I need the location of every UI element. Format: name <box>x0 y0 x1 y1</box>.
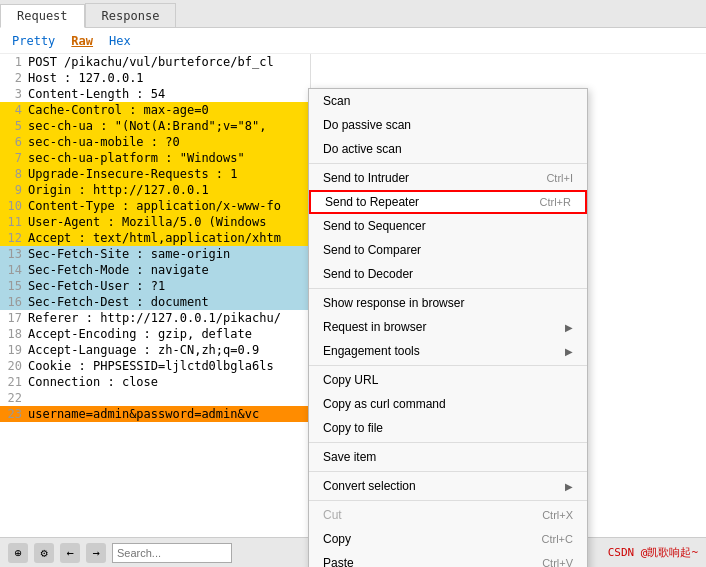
line-number: 21 <box>4 374 22 390</box>
menu-item[interactable]: Copy URL <box>309 368 587 392</box>
menu-item: CutCtrl+X <box>309 503 587 527</box>
menu-item[interactable]: Copy as curl command <box>309 392 587 416</box>
subtab-pretty[interactable]: Pretty <box>8 34 59 48</box>
request-line: 12Accept : text/html,application/xhtm <box>0 230 310 246</box>
line-number: 11 <box>4 214 22 230</box>
line-text: sec-ch-ua : "(Not(A:Brand";v="8", <box>28 118 266 134</box>
menu-item[interactable]: Send to Comparer <box>309 238 587 262</box>
menu-item-label: Cut <box>323 508 342 522</box>
menu-item[interactable]: Send to RepeaterCtrl+R <box>309 190 587 214</box>
tab-request[interactable]: Request <box>0 4 85 28</box>
line-text: Content-Length : 54 <box>28 86 165 102</box>
menu-arrow-icon: ▶ <box>565 481 573 492</box>
menu-item[interactable]: CopyCtrl+C <box>309 527 587 551</box>
watermark: CSDN @凯歌响起~ <box>608 545 698 560</box>
request-line: 7sec-ch-ua-platform : "Windows" <box>0 150 310 166</box>
menu-shortcut: Ctrl+I <box>546 172 573 184</box>
line-number: 2 <box>4 70 22 86</box>
request-line: 5sec-ch-ua : "(Not(A:Brand";v="8", <box>0 118 310 134</box>
line-number: 14 <box>4 262 22 278</box>
subtab-hex[interactable]: Hex <box>105 34 135 48</box>
line-text: Sec-Fetch-Mode : navigate <box>28 262 209 278</box>
settings-icon[interactable]: ⚙ <box>34 543 54 563</box>
request-line: 8Upgrade-Insecure-Requests : 1 <box>0 166 310 182</box>
menu-item-label: Paste <box>323 556 354 567</box>
subtab-raw[interactable]: Raw <box>67 34 97 48</box>
line-text: Sec-Fetch-User : ?1 <box>28 278 165 294</box>
request-line: 4Cache-Control : max-age=0 <box>0 102 310 118</box>
menu-item[interactable]: Do passive scan <box>309 113 587 137</box>
tab-request-label: Request <box>17 9 68 23</box>
line-text: Sec-Fetch-Dest : document <box>28 294 209 310</box>
line-text: Origin : http://127.0.0.1 <box>28 182 209 198</box>
menu-item[interactable]: PasteCtrl+V <box>309 551 587 567</box>
target-icon[interactable]: ⊕ <box>8 543 28 563</box>
line-text: Referer : http://127.0.0.1/pikachu/ <box>28 310 281 326</box>
line-number: 15 <box>4 278 22 294</box>
menu-shortcut: Ctrl+V <box>542 557 573 567</box>
tabs-row: Request Response <box>0 0 706 28</box>
search-input[interactable] <box>112 543 232 563</box>
request-line: 23username=admin&password=admin&vc <box>0 406 310 422</box>
tab-response[interactable]: Response <box>85 3 177 27</box>
menu-item[interactable]: Show response in browser <box>309 291 587 315</box>
line-text: User-Agent : Mozilla/5.0 (Windows <box>28 214 266 230</box>
menu-shortcut: Ctrl+X <box>542 509 573 521</box>
line-text: Cache-Control : max-age=0 <box>28 102 209 118</box>
request-line: 1POST /pikachu/vul/burteforce/bf_cl <box>0 54 310 70</box>
line-number: 19 <box>4 342 22 358</box>
line-number: 16 <box>4 294 22 310</box>
line-number: 5 <box>4 118 22 134</box>
line-text: Accept-Encoding : gzip, deflate <box>28 326 252 342</box>
menu-item[interactable]: Scan <box>309 89 587 113</box>
menu-item[interactable]: Send to Sequencer <box>309 214 587 238</box>
menu-item[interactable]: Request in browser▶ <box>309 315 587 339</box>
menu-item[interactable]: Convert selection▶ <box>309 474 587 498</box>
line-number: 18 <box>4 326 22 342</box>
line-number: 17 <box>4 310 22 326</box>
line-text: Upgrade-Insecure-Requests : 1 <box>28 166 238 182</box>
menu-item[interactable]: Send to Decoder <box>309 262 587 286</box>
menu-item-label: Save item <box>323 450 376 464</box>
line-text: Content-Type : application/x-www-fo <box>28 198 281 214</box>
right-panel-line <box>311 54 410 70</box>
request-line: 16Sec-Fetch-Dest : document <box>0 294 310 310</box>
menu-item[interactable]: Engagement tools▶ <box>309 339 587 363</box>
request-line: 2Host : 127.0.0.1 <box>0 70 310 86</box>
menu-item-label: Do active scan <box>323 142 402 156</box>
menu-item-label: Send to Intruder <box>323 171 409 185</box>
request-content: 1POST /pikachu/vul/burteforce/bf_cl2Host… <box>0 54 310 544</box>
menu-item[interactable]: Copy to file <box>309 416 587 440</box>
line-number: 7 <box>4 150 22 166</box>
line-number: 9 <box>4 182 22 198</box>
menu-item-label: Show response in browser <box>323 296 464 310</box>
menu-arrow-icon: ▶ <box>565 346 573 357</box>
forward-icon[interactable]: → <box>86 543 106 563</box>
line-number: 23 <box>4 406 22 422</box>
tab-response-label: Response <box>102 9 160 23</box>
request-line: 19Accept-Language : zh-CN,zh;q=0.9 <box>0 342 310 358</box>
menu-item-label: Copy <box>323 532 351 546</box>
menu-item[interactable]: Do active scan <box>309 137 587 161</box>
menu-separator <box>309 288 587 289</box>
menu-item-label: Request in browser <box>323 320 426 334</box>
menu-separator <box>309 442 587 443</box>
line-number: 1 <box>4 54 22 70</box>
right-panel-line <box>311 70 410 86</box>
menu-item-label: Do passive scan <box>323 118 411 132</box>
menu-arrow-icon: ▶ <box>565 322 573 333</box>
menu-item[interactable]: Save item <box>309 445 587 469</box>
line-number: 10 <box>4 198 22 214</box>
menu-item-label: Send to Repeater <box>325 195 419 209</box>
request-line: 10Content-Type : application/x-www-fo <box>0 198 310 214</box>
menu-item[interactable]: Send to IntruderCtrl+I <box>309 166 587 190</box>
menu-item-label: Copy as curl command <box>323 397 446 411</box>
menu-item-label: Convert selection <box>323 479 416 493</box>
line-text: Connection : close <box>28 374 158 390</box>
request-line: 22 <box>0 390 310 406</box>
back-icon[interactable]: ← <box>60 543 80 563</box>
context-menu: ScanDo passive scanDo active scanSend to… <box>308 88 588 567</box>
line-number: 4 <box>4 102 22 118</box>
request-line: 14Sec-Fetch-Mode : navigate <box>0 262 310 278</box>
line-text: Sec-Fetch-Site : same-origin <box>28 246 230 262</box>
